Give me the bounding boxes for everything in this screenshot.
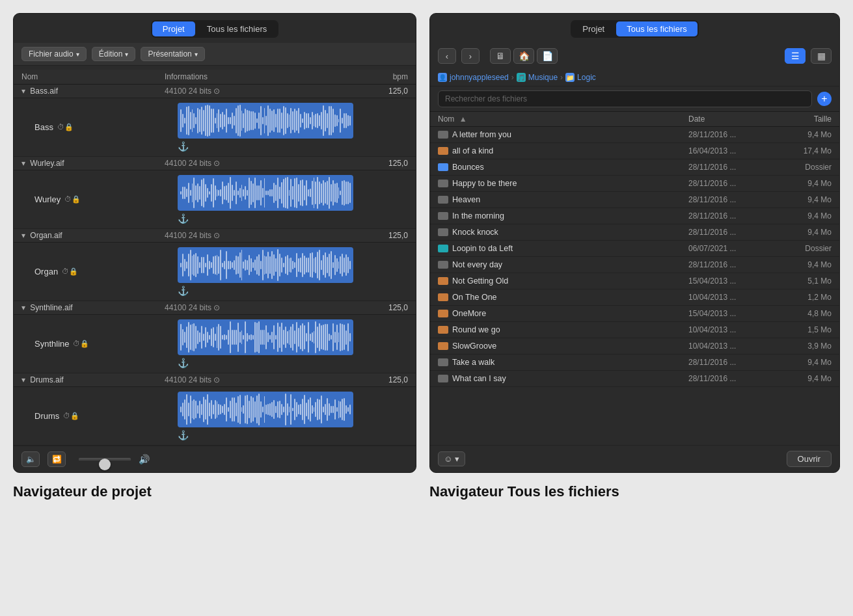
file-date-14: 28/11/2016 ...: [688, 358, 773, 367]
file-icon-4: [438, 196, 448, 204]
desktop-view-btn[interactable]: 🖥: [490, 48, 511, 64]
file-size-1: 17,4 Mo: [773, 146, 832, 155]
right-file-row-8[interactable]: Not every day 28/11/2016 ... 9,4 Mo: [430, 257, 839, 273]
right-file-row-13[interactable]: SlowGroove 10/04/2013 ... 3,9 Mo: [430, 338, 839, 355]
right-file-row-0[interactable]: A letter from you 28/11/2016 ... 9,4 Mo: [430, 127, 839, 143]
right-file-row-15[interactable]: What can I say 28/11/2016 ... 9,4 Mo: [430, 371, 839, 387]
search-input[interactable]: [438, 90, 812, 107]
audio-file-btn[interactable]: Fichier audio ▾: [21, 47, 87, 61]
track-row-3-0[interactable]: Synthline ⏱🔒 ⚓: [14, 315, 416, 373]
right-file-row-7[interactable]: Loopin to da Left 06/07/2021 ... Dossier: [430, 241, 839, 257]
right-panel: Projet Tous les fichiers ‹ › 🖥 🏠 📄 ☰ ▦ 👤…: [429, 13, 840, 473]
file-group-header-1[interactable]: ▾ Wurley.aif 44100 24 bits ⊙ 125,0: [14, 157, 416, 170]
file-date-10: 10/04/2013 ...: [688, 293, 773, 302]
right-file-row-10[interactable]: On The One 10/04/2013 ... 1,2 Mo: [430, 289, 839, 306]
breadcrumb-user[interactable]: 👤 johnnyappleseed: [438, 73, 509, 82]
right-tab-project[interactable]: Projet: [572, 21, 615, 36]
file-size-6: 9,4 Mo: [773, 228, 832, 237]
forward-btn[interactable]: ›: [461, 48, 480, 64]
file-group-header-3[interactable]: ▾ Synthline.aif 44100 24 bits ⊙ 125,0: [14, 301, 416, 315]
emoji-action-btn[interactable]: ☺ ▾: [438, 451, 465, 466]
file-table-header: Nom ▲ Date Taille: [430, 112, 839, 127]
track-row-2-0[interactable]: Organ ⏱🔒 ⚓: [14, 243, 416, 301]
right-file-row-14[interactable]: Take a walk 28/11/2016 ... 9,4 Mo: [430, 355, 839, 371]
edition-btn[interactable]: Édition ▾: [92, 47, 136, 61]
track-icons-4-0: ⏱🔒: [63, 412, 79, 420]
right-file-row-6[interactable]: Knock knock 28/11/2016 ... 9,4 Mo: [430, 224, 839, 241]
file-size-12: 1,5 Mo: [773, 325, 832, 334]
file-name-6: Knock knock: [452, 228, 498, 237]
file-group-header-2[interactable]: ▾ Organ.aif 44100 24 bits ⊙ 125,0: [14, 229, 416, 243]
file-icon-15: [438, 375, 448, 382]
speaker-icon-btn[interactable]: 🔈: [21, 451, 40, 467]
audio-file-caret-icon: ▾: [76, 51, 79, 58]
waveform-bars-4-0: [180, 392, 351, 427]
presentation-btn[interactable]: Présentation ▾: [141, 47, 204, 61]
right-tab-allfiles[interactable]: Tous les fichiers: [616, 21, 697, 36]
file-icon-11: [438, 310, 448, 317]
anchor-icon-3-0: ⚓: [178, 358, 189, 368]
file-row-name-5: In the morning: [438, 211, 688, 221]
add-file-btn[interactable]: +: [817, 92, 832, 106]
file-date-8: 28/11/2016 ...: [688, 260, 773, 269]
file-date-12: 10/04/2013 ...: [688, 325, 773, 334]
file-size-5: 9,4 Mo: [773, 211, 832, 221]
file-icon-2: [438, 163, 448, 171]
right-file-row-2[interactable]: Bounces 28/11/2016 ... Dossier: [430, 159, 839, 176]
open-btn[interactable]: Ouvrir: [787, 451, 832, 467]
right-file-row-12[interactable]: Round we go 10/04/2013 ... 1,5 Mo: [430, 322, 839, 338]
left-tab-allfiles[interactable]: Tous les fichiers: [196, 21, 277, 36]
left-panel-label: Navigateur de projet: [13, 483, 416, 500]
right-file-row-9[interactable]: Not Getting Old 15/04/2013 ... 5,1 Mo: [430, 273, 839, 289]
breadcrumb-music[interactable]: 🎵 Musique: [517, 73, 558, 82]
left-tab-project[interactable]: Projet: [152, 21, 195, 36]
file-date-1: 16/04/2013 ...: [688, 146, 773, 155]
anchor-icon-4-0: ⚓: [178, 430, 189, 440]
file-size-15: 9,4 Mo: [773, 374, 832, 383]
right-file-row-5[interactable]: In the morning 28/11/2016 ... 9,4 Mo: [430, 208, 839, 224]
right-file-row-11[interactable]: OneMore 15/04/2013 ... 4,8 Mo: [430, 306, 839, 322]
track-row-1-0[interactable]: Wurley ⏱🔒 ⚓: [14, 170, 416, 229]
file-icon-0: [438, 131, 448, 139]
loop-btn[interactable]: 🔁: [47, 451, 66, 467]
back-btn[interactable]: ‹: [438, 48, 456, 64]
file-row-name-10: On The One: [438, 293, 688, 302]
file-group-header-0[interactable]: ▾ Bass.aif 44100 24 bits ⊙ 125,0: [14, 85, 416, 98]
right-file-row-3[interactable]: Happy to be there 28/11/2016 ... 9,4 Mo: [430, 176, 839, 192]
waveform-4-0: [178, 392, 353, 427]
right-file-row-1[interactable]: all of a kind 16/04/2013 ... 17,4 Mo: [430, 143, 839, 159]
right-file-row-4[interactable]: Heaven 28/11/2016 ... 9,4 Mo: [430, 192, 839, 208]
doc-view-btn[interactable]: 📄: [537, 48, 558, 64]
left-toolbar: Fichier audio ▾ Édition ▾ Présentation ▾: [14, 43, 416, 66]
breadcrumb-logic[interactable]: 📁 Logic: [565, 73, 596, 82]
file-row-name-0: A letter from you: [438, 130, 688, 139]
file-icon-3: [438, 180, 448, 187]
file-name-9: Not Getting Old: [452, 276, 508, 286]
track-row-0-0[interactable]: Bass ⏱🔒 ⚓: [14, 98, 416, 157]
file-icon-8: [438, 261, 448, 269]
file-icon-1: [438, 147, 448, 155]
file-size-13: 3,9 Mo: [773, 341, 832, 351]
column-view-btn[interactable]: ▦: [811, 48, 832, 64]
home-view-btn[interactable]: 🏠: [513, 48, 534, 64]
volume-knob[interactable]: [99, 459, 111, 470]
file-size-4: 9,4 Mo: [773, 195, 832, 204]
file-date-6: 28/11/2016 ...: [688, 228, 773, 237]
file-row-name-1: all of a kind: [438, 146, 688, 155]
file-size-10: 1,2 Mo: [773, 293, 832, 302]
waveform-0-0: [178, 103, 353, 139]
col-date-header: Date: [688, 114, 773, 124]
music-folder-icon: 🎵: [517, 73, 526, 82]
track-row-4-0[interactable]: Drums ⏱🔒 ⚓: [14, 387, 416, 446]
right-tab-group: Projet Tous les fichiers: [571, 20, 698, 38]
file-name-14: Take a walk: [452, 358, 494, 367]
file-name-11: OneMore: [452, 309, 486, 318]
volume-slider[interactable]: [79, 458, 131, 461]
file-name-1: all of a kind: [452, 146, 493, 155]
file-date-15: 28/11/2016 ...: [688, 374, 773, 383]
file-group-header-4[interactable]: ▾ Drums.aif 44100 24 bits ⊙ 125,0: [14, 373, 416, 387]
list-view-btn[interactable]: ☰: [785, 48, 806, 64]
file-icon-14: [438, 358, 448, 366]
file-size-0: 9,4 Mo: [773, 130, 832, 139]
track-name-text-2-0: Organ: [34, 267, 58, 276]
